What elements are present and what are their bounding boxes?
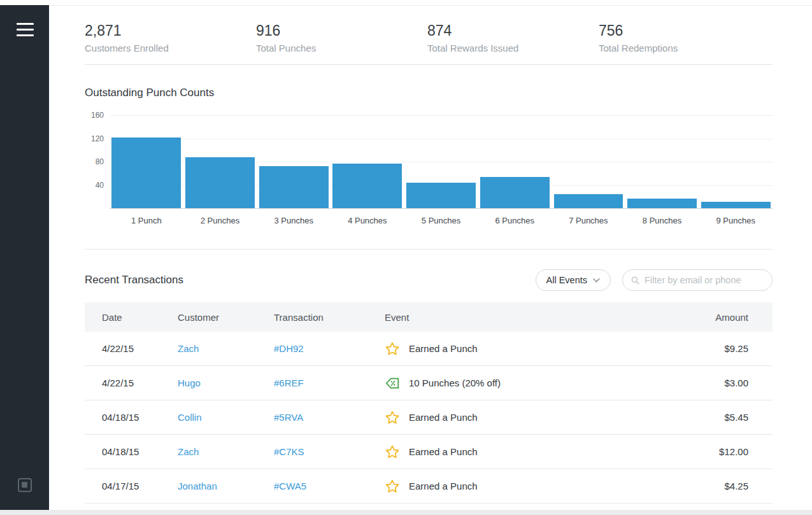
star-icon (385, 341, 400, 356)
x-axis-label: 7 Punches (552, 216, 625, 225)
stat-label: Customers Enrolled (85, 43, 256, 53)
transaction-link[interactable]: #6REF (274, 377, 304, 388)
punch-counts-bar-chart: 4080120160 1 Punch2 Punches3 Punches4 Pu… (85, 116, 773, 225)
transaction-date: 04/18/15 (85, 412, 178, 423)
y-axis-tick: 160 (82, 111, 104, 119)
main-content: 2,871 Customers Enrolled 916 Total Punch… (49, 5, 812, 510)
transactions-header: Recent Transactions All Events (85, 269, 773, 291)
table-row: 04/17/15 Jonathan #CWA5 Earned a Punch $… (85, 469, 773, 504)
all-events-dropdown[interactable]: All Events (536, 269, 611, 291)
bar-2-punches (185, 157, 255, 208)
transactions-controls: All Events (536, 269, 773, 291)
event-label: Earned a Punch (409, 412, 478, 423)
bar-8-punches (627, 199, 697, 209)
divider (85, 64, 773, 65)
x-axis-label: 9 Punches (699, 216, 773, 225)
event-label: Earned a Punch (409, 481, 478, 491)
table-row: 04/18/15 Zach #C7KS Earned a Punch $12.0… (85, 435, 773, 469)
table-row: 4/22/15 Zach #DH92 Earned a Punch $9.25 (85, 332, 773, 366)
x-axis-label: 5 Punches (404, 216, 478, 225)
bar-3-punches (259, 166, 329, 208)
event-cell: Earned a Punch (385, 444, 658, 460)
transactions-table: Date Customer Transaction Event Amount 4… (85, 302, 773, 504)
section-title-outstanding-punch-counts: Outstanding Punch Counts (85, 87, 773, 99)
column-header-date: Date (85, 312, 178, 323)
customer-link[interactable]: Jonathan (178, 481, 217, 491)
hamburger-menu-icon[interactable] (17, 23, 34, 36)
bottom-edge (0, 510, 812, 515)
bar-9-punches (701, 202, 771, 208)
transaction-amount: $12.00 (658, 446, 773, 457)
divider (85, 249, 773, 250)
star-icon (385, 410, 400, 425)
bar-6-punches (480, 177, 550, 208)
stat-label: Total Punches (256, 43, 427, 53)
x-axis-label: 1 Punch (110, 216, 183, 225)
table-body: 4/22/15 Zach #DH92 Earned a Punch $9.25 … (85, 332, 773, 504)
table-row: 4/22/15 Hugo #6REF 10 Punches (20% off) … (85, 366, 773, 400)
stat-value: 874 (427, 22, 599, 39)
stat-card-total-redemptions: 756 Total Redemptions (599, 22, 770, 53)
x-axis-label: 6 Punches (478, 216, 552, 225)
bar-5-punches (406, 183, 476, 208)
loyalty-dashboard-page: 2,871 Customers Enrolled 916 Total Punch… (0, 0, 812, 515)
y-axis-tick: 40 (82, 181, 104, 189)
discount-tag-icon (385, 376, 400, 391)
transaction-search (622, 269, 773, 291)
customer-link[interactable]: Hugo (178, 377, 201, 388)
customer-link[interactable]: Zach (178, 343, 199, 354)
x-axis-label: 2 Punches (183, 216, 257, 225)
transaction-link[interactable]: #5RVA (274, 412, 303, 423)
stat-value: 2,871 (85, 22, 256, 39)
event-cell: Earned a Punch (385, 341, 658, 356)
transaction-link[interactable]: #DH92 (274, 343, 304, 354)
transaction-link[interactable]: #C7KS (274, 446, 304, 457)
customer-link[interactable]: Zach (178, 446, 199, 457)
section-title-recent-transactions: Recent Transactions (85, 274, 536, 286)
stat-label: Total Redemptions (599, 43, 770, 53)
bar-4-punches (332, 164, 402, 208)
transaction-amount: $9.25 (658, 343, 773, 354)
customer-link[interactable]: Collin (178, 412, 202, 423)
square-logo-icon[interactable] (18, 478, 32, 492)
table-row: 04/18/15 Collin #5RVA Earned a Punch $5.… (85, 400, 773, 435)
sidebar (0, 5, 49, 510)
event-label: Earned a Punch (409, 343, 478, 354)
transaction-amount: $3.00 (658, 377, 773, 388)
stat-card-total-rewards-issued: 874 Total Rewards Issued (427, 22, 599, 53)
stat-value: 756 (599, 22, 770, 39)
event-cell: Earned a Punch (385, 410, 658, 425)
stat-label: Total Rewards Issued (427, 43, 599, 53)
x-axis-label: 3 Punches (257, 216, 331, 225)
event-label: 10 Punches (20% off) (409, 377, 501, 388)
stats-row: 2,871 Customers Enrolled 916 Total Punch… (85, 6, 773, 64)
search-input[interactable] (645, 275, 764, 285)
y-axis-tick: 80 (82, 158, 104, 166)
chart-plot: 4080120160 (110, 116, 773, 209)
bars (110, 116, 773, 208)
bar-1-punch (111, 138, 181, 208)
column-header-customer: Customer (178, 312, 274, 323)
stat-card-total-punches: 916 Total Punches (256, 22, 427, 53)
transaction-amount: $4.25 (658, 481, 773, 491)
x-axis-label: 8 Punches (625, 216, 699, 225)
transaction-date: 04/18/15 (85, 446, 178, 457)
transaction-date: 4/22/15 (85, 377, 178, 388)
star-icon (385, 479, 400, 494)
transaction-date: 04/17/15 (85, 481, 178, 491)
chart-x-axis-labels: 1 Punch2 Punches3 Punches4 Punches5 Punc… (110, 216, 773, 225)
x-axis-label: 4 Punches (331, 216, 404, 225)
all-events-dropdown-label: All Events (546, 275, 587, 285)
transaction-link[interactable]: #CWA5 (274, 481, 306, 491)
table-header-row: Date Customer Transaction Event Amount (85, 302, 773, 332)
search-icon (631, 275, 639, 286)
column-header-transaction: Transaction (274, 312, 385, 323)
y-axis-tick: 120 (82, 135, 104, 143)
transaction-date: 4/22/15 (85, 343, 178, 354)
stat-card-customers-enrolled: 2,871 Customers Enrolled (85, 22, 256, 53)
event-cell: 10 Punches (20% off) (385, 376, 658, 391)
column-header-amount: Amount (658, 312, 773, 323)
event-cell: Earned a Punch (385, 479, 658, 494)
star-icon (385, 444, 400, 460)
transaction-amount: $5.45 (658, 412, 773, 423)
